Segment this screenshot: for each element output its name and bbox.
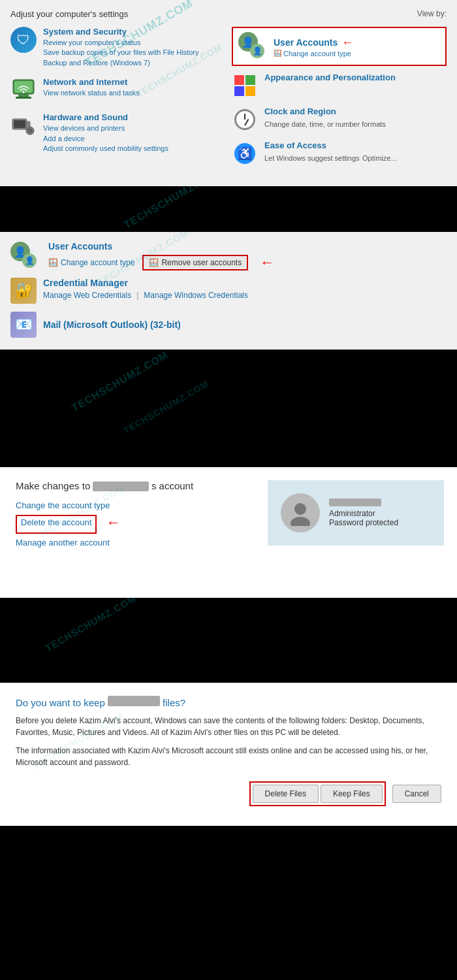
- network-status-link[interactable]: View network status and tasks: [43, 88, 140, 98]
- appearance-label[interactable]: Appearance and Personalization: [264, 73, 396, 82]
- cancel-button[interactable]: Cancel: [392, 785, 441, 803]
- account-role: Administrator: [329, 509, 398, 518]
- delete-files-button[interactable]: Delete Files: [253, 785, 319, 803]
- arrow-indicator-3: ←: [106, 514, 121, 531]
- account-name-blurred: [329, 498, 381, 506]
- svg-rect-1: [18, 94, 29, 97]
- hardware-icon: [10, 112, 37, 139]
- account-preview: Administrator Password protected: [268, 480, 444, 546]
- review-status-link[interactable]: Review your computer's status: [43, 38, 198, 48]
- blurred-name: ████ ████: [93, 482, 148, 491]
- title-prefix: Make changes to: [16, 480, 90, 491]
- separator-2: TECHSCHUMZ.COM TECHSCHUMZ.COM: [0, 350, 457, 467]
- svg-point-4: [23, 91, 25, 93]
- user-accounts-label-2: User Accounts: [48, 241, 274, 252]
- account-info: Administrator Password protected: [329, 498, 398, 527]
- cred-links: Manage Web Credentials | Manage Windows …: [43, 291, 248, 300]
- clock-region-label[interactable]: Clock and Region: [264, 106, 386, 116]
- change-account-type-link[interactable]: Change account type: [283, 50, 351, 57]
- remove-user-accounts-box[interactable]: 🪟 Remove user accounts: [142, 255, 248, 270]
- keep-files-title: Do you want to keep files?: [16, 696, 441, 708]
- network-icon: [10, 77, 37, 103]
- mail-icon: 📧: [10, 312, 37, 338]
- system-security-label[interactable]: System and Security: [43, 27, 198, 37]
- control-panel-section: TECHSCHUMZ.COM TECHSCHUMZ.COM Adjust you…: [0, 0, 457, 186]
- mail-row[interactable]: 📧 Mail (Microsoft Outlook) (32-bit): [10, 312, 447, 338]
- svg-point-12: [291, 517, 310, 526]
- make-changes-title: Make changes to ████ ████ s account: [16, 480, 238, 491]
- user-accounts-icon-2: 👤 👤: [10, 242, 39, 270]
- system-security-item[interactable]: 🛡 System and Security Review your comput…: [10, 27, 225, 68]
- svg-rect-2: [16, 97, 31, 99]
- mobility-link[interactable]: Adjust commonly used mobility settings: [43, 144, 168, 154]
- delete-account-box[interactable]: Delete the account: [16, 515, 97, 534]
- ua-links: 🪟 Change account type 🪟 Remove user acco…: [48, 254, 274, 271]
- keep-files-suffix: files?: [163, 697, 185, 708]
- files-buttons-box: Delete Files Keep Files: [249, 781, 386, 806]
- mail-label[interactable]: Mail (Microsoft Outlook) (32-bit): [43, 319, 181, 330]
- make-changes-links: Change the account type Delete the accou…: [16, 500, 238, 547]
- svg-rect-7: [27, 122, 30, 127]
- keep-files-button[interactable]: Keep Files: [321, 785, 383, 803]
- manage-another-account-link[interactable]: Manage another account: [16, 538, 238, 547]
- ease-access-icon: ♿: [232, 140, 258, 167]
- win-star-small: 🪟: [274, 50, 281, 57]
- win-star-icon-2: 🪟: [149, 258, 159, 267]
- divider: |: [136, 291, 138, 300]
- network-internet-label[interactable]: Network and Internet: [43, 77, 140, 87]
- network-internet-item[interactable]: Network and Internet View network status…: [10, 77, 225, 103]
- svg-point-10: [29, 130, 31, 131]
- manage-web-credentials-link[interactable]: Manage Web Credentials: [43, 291, 131, 300]
- delete-account-link[interactable]: Delete the account: [21, 517, 91, 527]
- backup-link[interactable]: Save backup copies of your files with Fi…: [43, 48, 198, 57]
- keep-files-prefix: Do you want to keep: [16, 697, 105, 708]
- hardware-sound-label[interactable]: Hardware and Sound: [43, 112, 168, 122]
- user-accounts-icon: 👤 👤: [238, 32, 267, 61]
- win-star-icon: 🪟: [48, 258, 58, 267]
- ease-access-desc: Let Windows suggest settings: [264, 154, 360, 162]
- keep-files-section: TECHSCHUMZ.COM Do you want to keep files…: [0, 683, 457, 826]
- svg-rect-6: [14, 120, 25, 128]
- page-title: Adjust your computer's settings: [10, 9, 128, 19]
- change-account-type-link-3[interactable]: Change the account type: [16, 500, 238, 510]
- svg-point-11: [294, 503, 306, 515]
- clock-region-item[interactable]: Clock and Region Change date, time, or n…: [232, 106, 447, 133]
- arrow-indicator-2: ←: [260, 254, 274, 271]
- ease-access-item[interactable]: ♿ Ease of Access Let Windows suggest set…: [232, 140, 447, 167]
- ease-access-desc2: Optimize...: [362, 154, 397, 162]
- user-accounts-section: TECHSCHUMZ.COM 👤 👤 User Accounts 🪟 Chang…: [0, 232, 457, 350]
- view-by-label: View by:: [417, 9, 447, 18]
- credential-manager-row: 🔐 Credential Manager Manage Web Credenti…: [10, 278, 447, 304]
- change-account-type-link-2[interactable]: 🪟 Change account type: [48, 258, 134, 267]
- manage-windows-credentials-link[interactable]: Manage Windows Credentials: [144, 291, 247, 300]
- user-accounts-highlighted[interactable]: 👤 👤 User Accounts ← 🪟 Change account typ…: [232, 27, 447, 66]
- clock-icon: [232, 106, 258, 133]
- view-devices-link[interactable]: View devices and printers: [43, 123, 168, 133]
- appearance-icon: [232, 73, 258, 99]
- hardware-sound-item[interactable]: Hardware and Sound View devices and prin…: [10, 112, 225, 154]
- credential-manager-label: Credential Manager: [43, 278, 248, 288]
- account-pw: Password protected: [329, 518, 398, 527]
- keep-files-desc1: Before you delete Kazim Alvi's account, …: [16, 715, 441, 738]
- credential-icon: 🔐: [10, 278, 37, 304]
- clock-region-desc: Change date, time, or number formats: [264, 120, 386, 128]
- account-avatar: [281, 493, 320, 532]
- separator-1: TECHSCHUMZ.COM: [0, 186, 457, 232]
- keep-files-desc2: The information associated with Kazim Al…: [16, 745, 441, 768]
- separator-3: TECHSCHUMZ.COM: [0, 598, 457, 683]
- user-accounts-label[interactable]: User Accounts: [274, 37, 338, 48]
- ease-access-label[interactable]: Ease of Access: [264, 140, 397, 150]
- remove-user-accounts-link[interactable]: Remove user accounts: [161, 258, 242, 267]
- title-suffix: s account: [151, 480, 193, 491]
- add-device-link[interactable]: Add a device: [43, 134, 168, 144]
- button-row: Delete Files Keep Files Cancel: [16, 781, 441, 806]
- svg-rect-3: [14, 81, 33, 93]
- user-accounts-row: 👤 👤 User Accounts 🪟 Change account type …: [10, 241, 447, 271]
- appearance-item[interactable]: Appearance and Personalization: [232, 73, 447, 99]
- keep-files-name-blurred: [108, 696, 160, 706]
- backup-restore-link[interactable]: Backup and Restore (Windows 7): [43, 58, 198, 68]
- shield-icon: 🛡: [10, 27, 37, 53]
- arrow-indicator: ←: [341, 36, 353, 50]
- make-changes-section: TECHSCHUMZ.COM Make changes to ████ ████…: [0, 467, 457, 598]
